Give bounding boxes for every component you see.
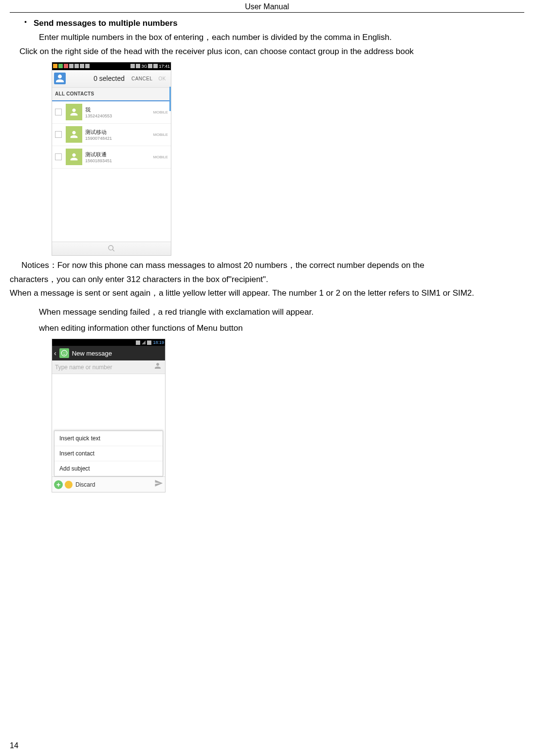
contact-number: 13524240553 [85,113,153,118]
notices-label: Notices： [21,261,57,270]
messaging-app-icon [59,348,69,358]
status-bar: 18:19 [52,339,165,346]
checkbox[interactable] [55,109,62,115]
contact-type: MOBILE [153,110,168,114]
new-message-header: ‹ New message [52,346,165,360]
contact-name: 测试移动 [85,129,153,136]
send-icon [154,479,163,488]
bullet-dot: • [24,17,27,31]
compose-bar: + Discard [52,476,165,492]
notices-text-1: For now this phone can mass messages to … [57,261,424,270]
fail-paragraph: When message sending failed，a red triang… [10,305,524,320]
bullet-title: Send messages to multiple numbers [34,17,178,31]
emoji-button[interactable] [65,481,73,489]
notification-icon [85,64,90,68]
notification-icon [136,340,140,345]
checkbox[interactable] [55,153,62,160]
contact-list: 我 13524240553 MOBILE 测试移动 15900748421 MO… [52,101,171,169]
page-header: User Manual [10,0,524,13]
signal-icon [136,64,140,68]
avatar [66,149,82,165]
header-title: User Manual [245,2,289,11]
notification-icon [69,64,74,68]
cancel-button[interactable]: CANCEL [129,76,156,81]
contact-row[interactable]: 测试移动 15900748421 MOBILE [52,124,171,146]
menu-insert-contact[interactable]: Insert contact [55,446,163,461]
add-attachment-button[interactable]: + [54,480,63,489]
new-message-title: New message [72,350,112,357]
person-plus-icon [153,361,162,370]
paragraph-enter-numbers: Enter multiple numbers in the box of ent… [10,31,524,45]
contact-row[interactable]: 测试联通 15601893451 MOBILE [52,146,171,169]
signal-icon [142,340,146,344]
scrollbar[interactable] [169,87,171,111]
search-icon [108,245,115,252]
add-contact-button[interactable] [153,361,162,373]
recipient-input[interactable]: Type name or number [52,360,165,374]
person-icon [69,151,79,162]
screenshot-new-message: 18:19 ‹ New message Type name or number … [52,339,166,492]
contact-number: 15900748421 [85,136,153,141]
notices-text-2: characters，you can only enter 312 charac… [10,273,524,287]
person-icon [69,107,79,117]
battery-icon [147,340,151,345]
status-icons-right: 3G 17:41 [130,64,170,69]
paragraph-receiver-icon: Click on the right side of the head with… [10,45,524,59]
empty-space [52,169,171,242]
contact-row[interactable]: 我 13524240553 MOBILE [52,101,171,124]
search-bar[interactable] [52,242,171,255]
svg-point-0 [61,350,67,356]
menu-add-subject[interactable]: Add subject [55,461,163,476]
message-body: Insert quick text Insert contact Add sub… [52,374,165,476]
recipient-placeholder: Type name or number [55,364,153,371]
send-button[interactable] [154,479,163,490]
notification-icon [53,64,57,68]
selected-count[interactable]: 0 selected [66,75,129,82]
document-body: • Send messages to multiple numbers Ente… [0,13,534,495]
notification-icon [74,64,79,68]
contact-name: 我 [85,106,153,113]
person-icon [54,73,66,84]
network-label: 3G [141,64,147,69]
status-time: 17:41 [159,64,170,69]
sim-paragraph: When a message is sent or sent again，a l… [10,286,524,301]
ok-button[interactable]: OK [156,76,169,81]
menu-discard[interactable]: Discard [75,481,154,488]
svg-point-1 [63,352,63,353]
contact-name: 测试联通 [85,151,153,158]
selection-header: 0 selected CANCEL OK [52,70,171,88]
contact-number: 15601893451 [85,158,153,163]
bluetooth-icon [130,64,135,68]
menu-paragraph: when editing information other functions… [10,321,524,336]
avatar [66,126,82,143]
status-bar: 3G 17:41 [52,62,171,70]
signal-icon [148,64,152,68]
status-time: 18:19 [153,340,164,345]
back-icon[interactable]: ‹ [54,349,56,357]
battery-icon [153,64,158,68]
svg-point-2 [65,352,65,353]
contacts-app-icon[interactable] [54,73,66,84]
notices-line-1: Notices：For now this phone can mass mess… [10,259,524,273]
person-icon [69,129,79,140]
status-icons-left [53,64,90,68]
screenshot-contact-picker: 3G 17:41 0 selected CANCEL OK ALL CONTAC… [52,62,171,256]
tab-all-contacts[interactable]: ALL CONTACTS [52,88,171,101]
menu-insert-quick-text[interactable]: Insert quick text [55,431,163,446]
contact-type: MOBILE [153,155,168,159]
menu-popup: Insert quick text Insert contact Add sub… [54,431,163,476]
notification-icon [64,64,68,68]
notification-icon [58,64,63,68]
notification-icon [80,64,84,68]
smiley-icon [61,350,68,357]
avatar [66,104,82,120]
checkbox[interactable] [55,131,62,138]
contact-type: MOBILE [153,132,168,137]
